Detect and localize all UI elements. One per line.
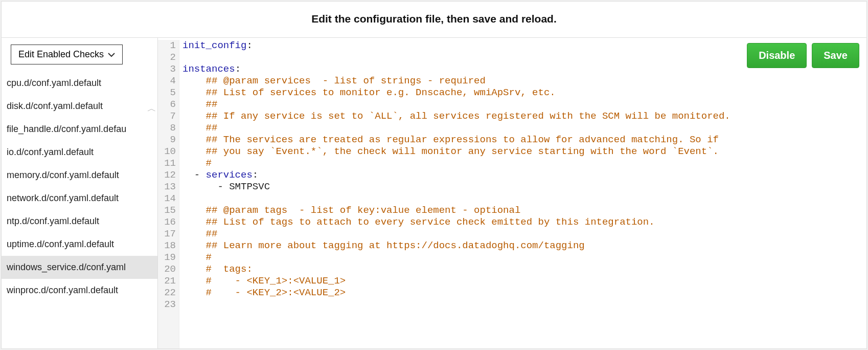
line-number: 4	[158, 75, 176, 87]
line-number: 12	[158, 169, 176, 181]
code-line[interactable]: ##	[182, 122, 866, 134]
app-window: Edit the configuration file, then save a…	[1, 1, 867, 349]
code-line[interactable]: ## List of services to monitor e.g. Dnsc…	[182, 87, 866, 99]
code-line[interactable]: ##	[182, 228, 866, 240]
line-number: 19	[158, 252, 176, 264]
file-item[interactable]: memory.d/conf.yaml.default	[2, 164, 157, 187]
file-list[interactable]: ︿ cpu.d/conf.yaml.defaultdisk.d/conf.yam…	[2, 72, 157, 348]
line-number: 1	[158, 40, 176, 52]
line-number: 11	[158, 158, 176, 169]
line-number: 2	[158, 52, 176, 63]
line-number: 8	[158, 122, 176, 134]
line-number: 14	[158, 193, 176, 205]
line-number: 3	[158, 63, 176, 75]
code-line[interactable]: #	[182, 158, 866, 169]
page-title: Edit the configuration file, then save a…	[2, 2, 866, 38]
code-line[interactable]: #	[182, 252, 866, 264]
action-bar: Disable Save	[747, 43, 859, 68]
line-number: 13	[158, 181, 176, 193]
line-number: 18	[158, 240, 176, 252]
sidebar: Edit Enabled Checks ︿ cpu.d/conf.yaml.de…	[2, 38, 158, 348]
file-item[interactable]: network.d/conf.yaml.default	[2, 187, 157, 210]
scroll-up-icon: ︿	[147, 102, 156, 115]
file-item[interactable]: disk.d/conf.yaml.default	[2, 95, 157, 118]
code-line[interactable]: # - <KEY_1>:<VALUE_1>	[182, 275, 866, 287]
file-item[interactable]: uptime.d/conf.yaml.default	[2, 233, 157, 256]
file-item[interactable]: windows_service.d/conf.yaml	[2, 256, 157, 279]
file-item[interactable]: file_handle.d/conf.yaml.defau	[2, 118, 157, 141]
line-number: 21	[158, 275, 176, 287]
code-editor[interactable]: 1234567891011121314151617181920212223 in…	[158, 38, 866, 348]
code-line[interactable]: ## List of tags to attach to every servi…	[182, 216, 866, 228]
code-line[interactable]: ## The services are treated as regular e…	[182, 134, 866, 146]
line-number: 17	[158, 228, 176, 240]
file-item[interactable]: ntp.d/conf.yaml.default	[2, 210, 157, 233]
code-line[interactable]: ##	[182, 99, 866, 111]
code-line[interactable]: ## @param tags - list of key:value eleme…	[182, 205, 866, 216]
line-number: 23	[158, 299, 176, 311]
code-line[interactable]: ## you say `Event.*`, the check will mon…	[182, 146, 866, 158]
save-button[interactable]: Save	[812, 43, 859, 68]
line-number: 15	[158, 205, 176, 216]
line-number: 16	[158, 216, 176, 228]
line-number: 10	[158, 146, 176, 158]
code-line[interactable]: # - <KEY_2>:<VALUE_2>	[182, 287, 866, 299]
disable-button[interactable]: Disable	[747, 43, 807, 68]
code-line[interactable]: ## Learn more about tagging at https://d…	[182, 240, 866, 252]
code-line[interactable]: - services:	[182, 169, 866, 181]
line-number: 5	[158, 87, 176, 99]
file-item[interactable]: cpu.d/conf.yaml.default	[2, 72, 157, 95]
code-line[interactable]	[182, 193, 866, 205]
checks-dropdown[interactable]: Edit Enabled Checks	[11, 45, 123, 64]
line-number: 9	[158, 134, 176, 146]
body-layout: Edit Enabled Checks ︿ cpu.d/conf.yaml.de…	[2, 38, 866, 348]
line-number: 7	[158, 111, 176, 122]
code-content[interactable]: init_config: instances: ## @param servic…	[179, 40, 866, 348]
code-line[interactable]: ## If any service is set to `ALL`, all s…	[182, 111, 866, 122]
line-gutter: 1234567891011121314151617181920212223	[158, 40, 179, 348]
editor-pane: Disable Save 123456789101112131415161718…	[158, 38, 866, 348]
chevron-down-icon	[108, 50, 115, 59]
code-line[interactable]: - SMTPSVC	[182, 181, 866, 193]
code-line[interactable]	[182, 299, 866, 311]
code-line[interactable]: # tags:	[182, 264, 866, 275]
file-item[interactable]: io.d/conf.yaml.default	[2, 141, 157, 164]
file-item[interactable]: winproc.d/conf.yaml.default	[2, 279, 157, 302]
line-number: 22	[158, 287, 176, 299]
line-number: 6	[158, 99, 176, 111]
checks-dropdown-label: Edit Enabled Checks	[18, 49, 104, 60]
line-number: 20	[158, 264, 176, 275]
code-line[interactable]: ## @param services - list of strings - r…	[182, 75, 866, 87]
